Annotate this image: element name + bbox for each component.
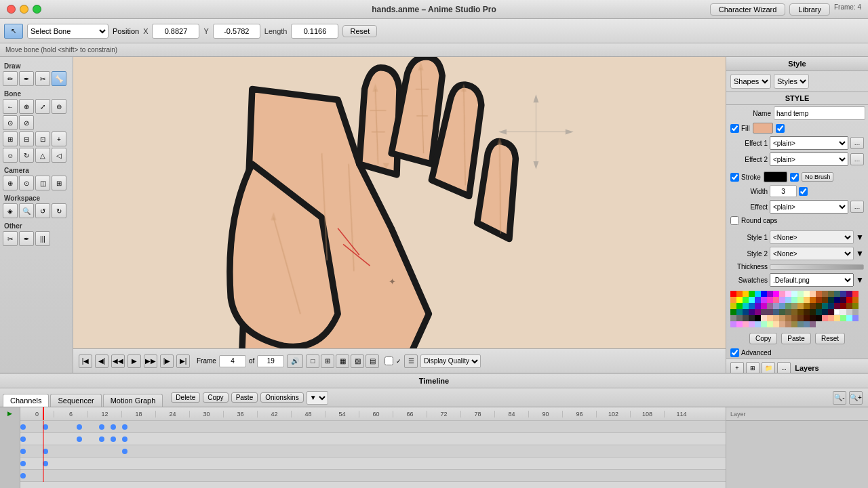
play-back-button[interactable]: ◀◀ <box>111 354 125 368</box>
swatch-skin-9[interactable] <box>810 315 816 321</box>
effect2-select[interactable]: <plain> <box>770 152 848 166</box>
keyframe-dot-1-14[interactable] <box>99 424 104 430</box>
swatch-6-18[interactable] <box>797 321 804 327</box>
swatch-light-cyan[interactable] <box>791 291 797 297</box>
draw-tool-4[interactable]: 🦴 <box>52 71 66 86</box>
swatch-4-4[interactable] <box>730 309 736 315</box>
swatch-gray-light[interactable] <box>846 309 852 315</box>
bone-tool-1[interactable]: ← <box>3 99 18 114</box>
workspace-tool-2[interactable]: 🔍 <box>19 203 34 218</box>
zoom-in-button[interactable]: 🔍+ <box>849 391 863 405</box>
swatches-select[interactable]: .Default.png <box>770 273 854 287</box>
swatch-purple[interactable] <box>767 291 773 297</box>
fill-enable-checkbox[interactable] <box>776 124 785 133</box>
effect-options-button[interactable]: … <box>850 201 864 213</box>
swatch-6-13[interactable] <box>767 321 773 327</box>
swatch-6-10[interactable] <box>749 321 755 327</box>
swatch-3-2[interactable] <box>852 297 859 303</box>
keyframe-dot-4-0[interactable] <box>20 461 26 466</box>
swatch-pink[interactable] <box>779 291 785 297</box>
swatch-3-1[interactable] <box>846 297 852 303</box>
swatch-brown-light[interactable] <box>816 291 822 297</box>
swatch-yellow[interactable] <box>743 291 749 297</box>
swatch-6-14[interactable] <box>773 321 779 327</box>
tab-channels[interactable]: Channels <box>3 394 49 407</box>
swatch-white[interactable] <box>834 309 840 315</box>
view-mode-3[interactable]: ▦ <box>336 354 349 368</box>
total-frames-input[interactable] <box>257 355 284 367</box>
keyframe-dot-2-16[interactable] <box>111 436 116 442</box>
bone-tool-6[interactable]: ⊘ <box>19 115 34 130</box>
style1-dropdown-icon[interactable]: ▼ <box>856 232 864 242</box>
workspace-tool-3[interactable]: ↺ <box>35 203 50 218</box>
effect1-select[interactable]: <plain> <box>770 136 848 150</box>
swatch-4-11[interactable] <box>773 309 779 315</box>
step-back-button[interactable]: ◀| <box>95 354 108 368</box>
swatch-3-17[interactable] <box>816 303 822 309</box>
extra-tool-7[interactable]: △ <box>35 148 50 163</box>
swatch-4-3[interactable] <box>852 303 859 309</box>
keyframe-dot-3-0[interactable] <box>20 449 26 454</box>
keyframe-dot-1-18[interactable] <box>122 424 127 430</box>
zoom-out-button[interactable]: 🔍- <box>833 391 846 405</box>
swatch-blue[interactable] <box>761 291 767 297</box>
camera-tool-2[interactable]: ⊙ <box>19 176 34 190</box>
layers-group-button[interactable]: ⊞ <box>746 362 760 373</box>
stroke-checkbox[interactable] <box>730 173 739 182</box>
swatch-4-1[interactable] <box>840 303 846 309</box>
swatch-6-20[interactable] <box>810 321 816 327</box>
step-forward-button[interactable]: |▶ <box>160 354 174 368</box>
swatch-4-7[interactable] <box>749 309 755 315</box>
other-tool-3[interactable]: ||| <box>35 231 50 246</box>
swatch-6-15[interactable] <box>779 321 785 327</box>
style2-dropdown-icon[interactable]: ▼ <box>856 249 864 258</box>
swatch-6-12[interactable] <box>761 321 767 327</box>
swatch-2-7[interactable] <box>761 297 767 303</box>
swatch-6-9[interactable] <box>743 321 749 327</box>
swatch-orange[interactable] <box>736 291 743 297</box>
extra-tool-4[interactable]: + <box>52 131 66 146</box>
view-mode-2[interactable]: ⊞ <box>321 354 334 368</box>
canvas[interactable]: ✦ <box>73 57 726 373</box>
canvas-area[interactable]: ✦ |◀ ◀| ◀◀ ▶ ▶▶ |▶ ▶| Frame of 🔊 □ ⊞ ▦ ▨… <box>73 57 726 373</box>
layers-folder-button[interactable]: 📁 <box>762 362 775 373</box>
length-input[interactable] <box>291 24 338 39</box>
swatch-3-3[interactable] <box>730 303 736 309</box>
swatch-navy[interactable] <box>840 291 846 297</box>
swatch-4-13[interactable] <box>785 309 791 315</box>
swatch-2-1[interactable] <box>852 291 859 297</box>
delete-button[interactable]: Delete <box>171 392 200 403</box>
stroke-color-swatch[interactable] <box>764 171 787 182</box>
swatch-3-18[interactable] <box>822 303 828 309</box>
fill-color-swatch[interactable] <box>753 123 773 134</box>
swatch-light-pink[interactable] <box>785 291 791 297</box>
onionskins-button[interactable]: Onionskins <box>260 392 303 403</box>
camera-tool-4[interactable]: ⊞ <box>52 176 66 190</box>
extra-tool-6[interactable]: ↻ <box>19 148 34 163</box>
draw-tool-1[interactable]: ✏ <box>3 71 18 86</box>
swatch-3-7[interactable] <box>755 303 761 309</box>
close-button[interactable] <box>7 5 16 14</box>
display-quality-icon[interactable]: ☰ <box>404 354 418 368</box>
layers-add-button[interactable]: + <box>730 362 744 373</box>
swatch-skin-5[interactable] <box>785 315 791 321</box>
swatch-4-14[interactable] <box>791 309 797 315</box>
swatch-6-19[interactable] <box>804 321 810 327</box>
keyframe-dot-2-14[interactable] <box>99 436 104 442</box>
swatch-4-19[interactable] <box>822 309 828 315</box>
layers-more-button[interactable]: ... <box>777 362 791 373</box>
swatch-teal[interactable] <box>834 291 840 297</box>
keyframe-dot-2-18[interactable] <box>122 436 127 442</box>
effect-select[interactable]: <plain> <box>770 200 848 214</box>
swatch-skin-1[interactable] <box>761 315 767 321</box>
keyframe-dot-5-0[interactable] <box>20 473 26 479</box>
draw-tool-3[interactable]: ✂ <box>35 71 50 86</box>
swatch-2-4[interactable] <box>743 297 749 303</box>
swatch-peach[interactable] <box>810 291 816 297</box>
swatch-light-yellow[interactable] <box>804 291 810 297</box>
swatch-gray-darkest[interactable] <box>749 315 755 321</box>
shapes-select[interactable]: Shapes <box>730 74 771 89</box>
volume-button[interactable]: 🔊 <box>287 354 303 368</box>
style1-select[interactable]: <None> <box>770 230 854 244</box>
keyframe-dot-2-10[interactable] <box>77 436 82 442</box>
